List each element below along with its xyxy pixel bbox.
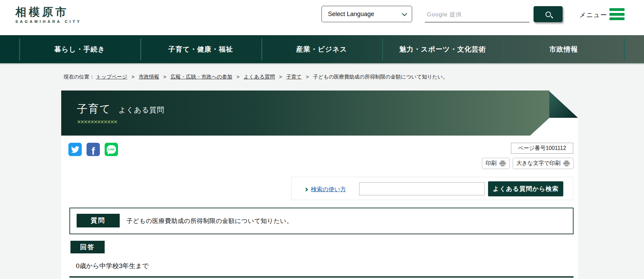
chevron-right-icon [304,187,308,191]
social-share-row: f LINE [68,143,118,156]
nav-item-sangyo[interactable]: 産業・ビジネス [261,35,382,63]
facebook-icon[interactable]: f [87,143,100,156]
site-logo-subtitle: SAGAMIHARA CITY [15,19,81,24]
global-nav: 暮らし・手続き 子育て・健康・福祉 産業・ビジネス 魅力・スポーツ・文化芸術 市… [0,35,644,64]
faq-search-button[interactable]: よくある質問から検索 [488,181,563,196]
answer-heading: 0歳から中学校3年生まで [76,262,149,270]
nav-item-miryoku[interactable]: 魅力・スポーツ・文化芸術 [382,35,503,63]
print-buttons-row: 印刷 大きな文字で印刷 [475,158,574,169]
breadcrumb: 現在の位置： トップページ > 市政情報 > 広報・広聴・市政への参加 > よく… [64,74,448,80]
answer-label: 回答 [70,241,105,253]
page-number-badge: ページ番号1001112 [511,143,573,154]
question-box: 質問 子どもの医療費助成の所得制限の金額について知りたい。 [69,208,574,234]
question-label: 質問 [77,214,120,227]
faq-search-input[interactable] [359,182,485,195]
page-title-banner: 子育て よくある質問 ✕✕✕✕✕✕✕✕✕✕✕✕ [61,90,578,136]
hamburger-menu-icon[interactable] [609,8,625,20]
menu-button-label[interactable]: メニュー [579,11,607,19]
breadcrumb-link-faq[interactable]: よくある質問 [244,74,275,80]
chevron-down-icon [402,11,407,16]
page: 相模原市 SAGAMIHARA CITY Select Language メニュ… [0,0,644,279]
nav-item-kosodate[interactable]: 子育て・健康・福祉 [140,35,261,63]
search-icon [546,12,551,17]
site-search [425,8,529,23]
site-logo-title: 相模原市 [15,5,81,18]
banner-ribbon-fold [549,91,578,118]
twitter-icon[interactable] [68,143,82,156]
line-icon[interactable]: LINE [105,143,118,156]
site-search-button[interactable] [534,6,563,22]
site-header: 相模原市 SAGAMIHARA CITY Select Language メニュ… [0,0,644,35]
nav-item-shisei[interactable]: 市政情報 [503,35,624,63]
print-button[interactable]: 印刷 [482,158,510,169]
question-text: 子どもの医療費助成の所得制限の金額について知りたい。 [127,208,293,234]
breadcrumb-current: 子どもの医療費助成の所得制限の金額について知りたい。 [313,74,448,80]
page-subtitle: よくある質問 [119,105,165,115]
breadcrumb-link-shisei[interactable]: 市政情報 [139,74,159,80]
breadcrumb-label: 現在の位置： [64,74,94,80]
print-large-button[interactable]: 大きな文字で印刷 [513,158,574,169]
language-select[interactable]: Select Language [321,6,412,22]
breadcrumb-link-top[interactable]: トップページ [96,74,128,80]
nav-item-kurashi[interactable]: 暮らし・手続き [19,35,140,63]
breadcrumb-link-kosodate[interactable]: 子育て [286,74,302,80]
site-logo[interactable]: 相模原市 SAGAMIHARA CITY [15,5,81,24]
breadcrumb-link-koho[interactable]: 広報・広聴・市政への参加 [171,74,233,80]
zigzag-decoration: ✕✕✕✕✕✕✕✕✕✕✕✕ [77,119,165,125]
answer-heading-rule [69,276,574,278]
site-search-input[interactable] [425,8,529,23]
search-help-link[interactable]: 検索の使い方 [311,185,346,193]
page-title: 子育て [77,102,111,116]
language-select-value: Select Language [328,11,374,18]
printer-icon [563,161,570,166]
faq-search-panel: 検索の使い方 よくある質問から検索 [291,177,573,200]
printer-icon [499,161,506,166]
